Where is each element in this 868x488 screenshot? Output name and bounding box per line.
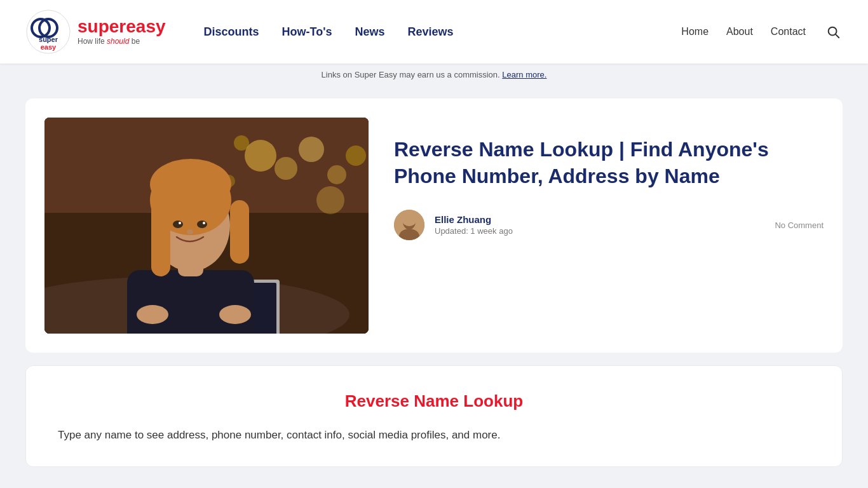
author-name: Ellie Zhuang [435,214,764,225]
svg-point-36 [137,305,168,324]
svg-point-17 [346,146,366,166]
svg-point-29 [150,159,231,210]
logo-icon: super easy [25,9,71,55]
svg-point-33 [203,222,205,224]
nav-howtos[interactable]: How-To's [282,25,332,39]
notice-bar: Links on Super Easy may earn us a commis… [0,64,868,86]
author-info: Ellie Zhuang Updated: 1 week ago [435,214,764,236]
svg-text:easy: easy [41,43,57,51]
svg-point-12 [299,137,324,162]
author-updated: Updated: 1 week ago [435,226,764,236]
nav-discounts[interactable]: Discounts [204,25,259,39]
svg-text:super: super [39,36,58,43]
right-nav: Home About Contact [681,22,843,41]
learn-more-link[interactable]: Learn more. [502,70,546,79]
nav-news[interactable]: News [355,25,385,39]
svg-point-11 [275,157,297,180]
svg-rect-27 [151,200,170,276]
logo-easy: easy [126,17,165,36]
logo-super: super [78,17,126,36]
search-icon [826,25,840,39]
nav-reviews[interactable]: Reviews [408,25,454,39]
svg-point-34 [187,229,193,234]
article-title: Reverse Name Lookup | Find Anyone's Phon… [394,137,824,189]
content-box-text: Type any name to see address, phone numb… [58,426,810,444]
author-avatar [394,210,424,240]
content-section: Reverse Name Lookup Type any name to see… [25,365,843,467]
svg-point-30 [173,220,183,228]
svg-line-6 [836,34,839,37]
nav-home[interactable]: Home [681,26,709,37]
article-content: Reverse Name Lookup | Find Anyone's Phon… [394,118,824,240]
logo-link[interactable]: super easy supereasy How life should be [25,9,166,55]
main-nav: Discounts How-To's News Reviews [204,25,682,39]
logo-tagline: How life should be [78,37,166,46]
article-image-svg [44,118,369,334]
svg-point-14 [234,135,249,151]
svg-point-15 [316,186,344,214]
nav-contact[interactable]: Contact [771,26,806,37]
svg-point-37 [219,305,251,324]
svg-point-31 [197,220,207,228]
search-button[interactable] [824,22,843,41]
article-image [44,118,369,334]
logo-text: supereasy How life should be [78,18,166,46]
site-header: super easy supereasy How life should be … [0,0,868,64]
notice-text: Links on Super Easy may earn us a commis… [322,70,503,79]
svg-point-13 [327,165,346,184]
nav-about[interactable]: About [726,26,753,37]
logo-brand: supereasy [78,18,166,36]
no-comment: No Comment [775,220,824,230]
svg-point-10 [245,140,276,172]
author-row: Ellie Zhuang Updated: 1 week ago No Comm… [394,210,824,240]
svg-rect-28 [230,200,249,264]
article-card: Reverse Name Lookup | Find Anyone's Phon… [25,98,843,353]
svg-point-32 [179,222,181,224]
content-box-title: Reverse Name Lookup [58,391,810,411]
avatar-icon [394,210,424,240]
svg-point-41 [402,215,416,226]
